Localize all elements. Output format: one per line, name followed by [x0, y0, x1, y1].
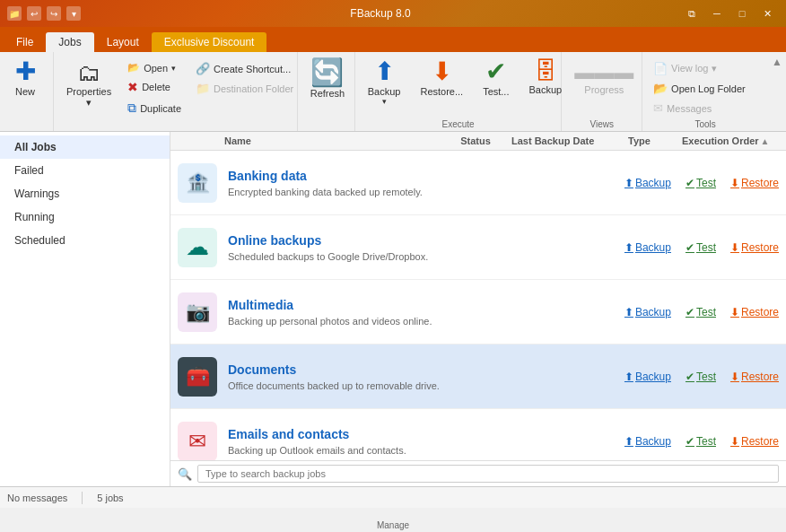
create-shortcut-button[interactable]: 🔗 Create Shortcut...: [190, 59, 299, 78]
view-log-label: View log ▾: [671, 63, 716, 74]
minimize-button[interactable]: ─: [705, 5, 729, 22]
emails-restore-link[interactable]: ⬇ Restore: [730, 435, 779, 448]
duplicate-button[interactable]: ⧉ Duplicate: [122, 98, 187, 118]
properties-label: Properties ▾: [66, 86, 111, 109]
job-row-banking[interactable]: 🏦 Banking data Encrypted banking data ba…: [170, 151, 786, 215]
properties-button[interactable]: 🗂 Properties ▾: [59, 57, 118, 112]
job-title-documents: Documents: [228, 362, 624, 377]
banking-restore-link[interactable]: ⬇ Restore: [730, 177, 779, 189]
open-log-folder-button[interactable]: 📂 Open Log Folder: [648, 79, 751, 98]
restore-icon: ⬇: [432, 59, 452, 84]
job-info-documents: Documents Office documents backed up to …: [228, 362, 624, 391]
refresh-content: 🔄 Refresh: [303, 56, 353, 129]
job-row-documents[interactable]: 🧰 Documents Office documents backed up t…: [170, 344, 786, 409]
job-list-area: Name Status Last Backup Date Type Execut…: [170, 132, 786, 486]
job-desc-banking: Encrypted banking data backed up remotel…: [228, 187, 624, 197]
new-label: New: [15, 86, 35, 97]
job-info-banking: Banking data Encrypted banking data back…: [228, 169, 624, 197]
tab-exclusive-discount[interactable]: Exclusive Discount: [152, 32, 267, 52]
banking-backup-link[interactable]: ⬆ Backup: [624, 177, 671, 189]
sidebar-item-scheduled[interactable]: Scheduled: [0, 229, 170, 252]
sidebar-item-running[interactable]: Running: [0, 205, 170, 229]
open-button[interactable]: 📂 Open ▾: [122, 59, 187, 76]
delete-label: Delete: [142, 82, 170, 92]
sidebar-item-all-jobs[interactable]: All Jobs: [0, 135, 170, 159]
job-info-multimedia: Multimedia Backing up personal photos an…: [228, 298, 624, 327]
refresh-label: Refresh: [310, 88, 345, 99]
multimedia-backup-link[interactable]: ⬆ Backup: [624, 306, 671, 318]
restore-button[interactable]: ⬇ Restore...: [413, 56, 470, 100]
ribbon: ✚ New 🗂 Properties ▾ 📂 Open ▾ ✖ Delete ⧉: [0, 52, 786, 132]
destination-folder-button[interactable]: 📁 Destination Folder: [190, 79, 299, 98]
job-row-emails[interactable]: ✉ Emails and contacts Backing up Outlook…: [170, 409, 786, 460]
job-desc-documents: Office documents backed up to removable …: [228, 380, 624, 391]
col-name: Name: [170, 135, 440, 146]
restore-label: Restore...: [420, 86, 463, 97]
duplicate-icon: ⧉: [127, 100, 136, 116]
test-icon: ✔: [485, 59, 506, 84]
multimedia-restore-link[interactable]: ⬇ Restore: [730, 306, 779, 318]
search-bar: 🔍: [170, 460, 786, 486]
refresh-button[interactable]: 🔄 Refresh: [303, 56, 353, 102]
online-backup-link[interactable]: ⬆ Backup: [624, 241, 671, 254]
banking-test-link[interactable]: ✔ Test: [686, 177, 716, 189]
search-icon: 🔍: [178, 467, 192, 481]
app-title: FBackup 8.0: [81, 7, 680, 20]
backup-icon: ⬆: [374, 59, 395, 84]
maximize-button[interactable]: □: [730, 5, 754, 22]
job-icon-online: ☁: [178, 228, 217, 267]
close-button[interactable]: ✕: [755, 5, 779, 22]
col-status: Status: [440, 135, 511, 146]
view-log-icon: 📄: [653, 62, 668, 75]
view-log-button[interactable]: 📄 View log ▾: [648, 59, 751, 78]
job-title-multimedia: Multimedia: [228, 298, 624, 312]
job-row-online[interactable]: ☁ Online backups Scheduled backups to Go…: [170, 215, 786, 280]
job-row-multimedia[interactable]: 📷 Multimedia Backing up personal photos …: [170, 280, 786, 344]
online-test-link[interactable]: ✔ Test: [686, 241, 716, 254]
down-arrow-icon[interactable]: ▾: [66, 6, 81, 21]
main-container: All Jobs Failed Warnings Running Schedul…: [0, 132, 786, 486]
window-controls: ⧉ ─ □ ✕: [680, 5, 779, 22]
open-icon: 📂: [127, 62, 140, 74]
messages-button[interactable]: ✉ Messages: [648, 99, 751, 118]
tab-layout[interactable]: Layout: [94, 32, 152, 52]
ribbon-group-execute: ⬆ Backup ▾ ⬇ Restore... ✔ Test... 🗄 Back…: [355, 52, 563, 131]
sidebar-item-warnings[interactable]: Warnings: [0, 182, 170, 205]
delete-icon: ✖: [127, 80, 138, 94]
tools-content: 📄 View log ▾ 📂 Open Log Folder ✉ Message…: [648, 56, 751, 118]
manage-col-left: 📂 Open ▾ ✖ Delete ⧉ Duplicate: [122, 56, 187, 118]
documents-backup-link[interactable]: ⬆ Backup: [624, 371, 671, 383]
job-title-emails: Emails and contacts: [228, 427, 624, 441]
restore-button[interactable]: ⧉: [680, 5, 703, 22]
tab-jobs[interactable]: Jobs: [46, 32, 93, 52]
ribbon-group-refresh: 🔄 Refresh: [298, 52, 355, 131]
online-restore-link[interactable]: ⬇ Restore: [730, 241, 779, 254]
backup2-icon: 🗄: [534, 59, 557, 83]
emails-backup-link[interactable]: ⬆ Backup: [624, 435, 671, 448]
emails-test-link[interactable]: ✔ Test: [686, 435, 716, 448]
undo-icon[interactable]: ↩: [27, 6, 41, 21]
documents-test-link[interactable]: ✔ Test: [686, 371, 716, 383]
progress-button[interactable]: ▬▬▬ Progress: [567, 56, 641, 99]
multimedia-test-link[interactable]: ✔ Test: [686, 306, 716, 318]
job-actions-documents: ⬆ Backup ✔ Test ⬇ Restore: [624, 371, 779, 383]
app-icon: 📁: [7, 6, 22, 21]
search-input[interactable]: [197, 465, 779, 483]
backup-label: Backup: [368, 86, 401, 97]
new-button[interactable]: ✚ New: [5, 56, 45, 100]
tab-file[interactable]: File: [4, 32, 46, 52]
documents-restore-link[interactable]: ⬇ Restore: [730, 371, 779, 383]
delete-button[interactable]: ✖ Delete: [122, 77, 187, 97]
test-button[interactable]: ✔ Test...: [476, 56, 516, 100]
redo-icon[interactable]: ↪: [47, 6, 61, 21]
ribbon-collapse-icon[interactable]: ▲: [768, 52, 786, 72]
job-actions-emails: ⬆ Backup ✔ Test ⬇ Restore: [624, 435, 779, 448]
job-desc-multimedia: Backing up personal photos and videos on…: [228, 316, 624, 327]
backup-button[interactable]: ⬆ Backup ▾: [361, 56, 408, 109]
ribbon-group-new: ✚ New: [0, 52, 54, 131]
job-title-banking: Banking data: [228, 169, 624, 183]
sidebar-item-failed[interactable]: Failed: [0, 159, 170, 182]
job-desc-emails: Backing up Outlook emails and contacts.: [228, 445, 624, 456]
status-bar: No messages 5 jobs: [0, 486, 786, 508]
status-messages: No messages: [7, 493, 67, 503]
